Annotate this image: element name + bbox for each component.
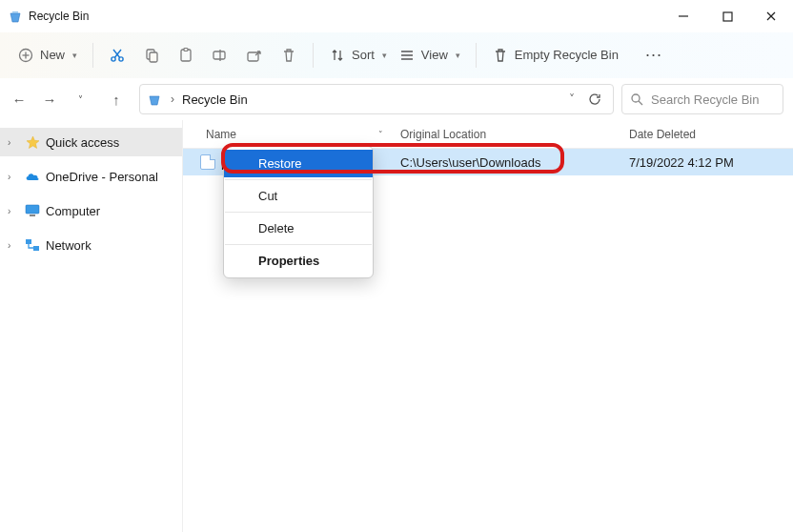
computer-icon: [25, 203, 40, 218]
file-original-location: C:\Users\user\Downloads: [400, 155, 540, 170]
sort-label: Sort: [352, 48, 375, 62]
svg-rect-26: [33, 246, 39, 251]
expand-icon[interactable]: ›: [8, 240, 19, 251]
column-original-location[interactable]: Original Location: [393, 128, 621, 141]
context-menu-cut[interactable]: Cut: [224, 182, 373, 210]
column-headers[interactable]: Name˅ Original Location Date Deleted: [183, 120, 793, 149]
cloud-icon: [25, 169, 40, 184]
command-bar: New ▾ Sort ▾ View ▾: [0, 32, 793, 78]
paste-icon: [177, 47, 194, 64]
sort-button[interactable]: Sort ▾: [323, 43, 393, 68]
scissors-icon: [109, 47, 126, 64]
back-button[interactable]: ←: [10, 92, 29, 108]
svg-rect-1: [723, 12, 732, 21]
context-menu-properties[interactable]: Properties: [224, 247, 373, 275]
empty-recycle-bin-button[interactable]: Empty Recycle Bin: [486, 43, 624, 68]
search-placeholder: Search Recycle Bin: [651, 92, 759, 107]
svg-line-10: [113, 50, 120, 58]
close-button[interactable]: [749, 1, 793, 31]
rename-button[interactable]: [206, 43, 234, 68]
recycle-bin-icon: [8, 9, 23, 24]
expand-icon[interactable]: ›: [8, 206, 19, 216]
view-button[interactable]: View ▾: [393, 43, 466, 68]
copy-icon: [143, 47, 160, 64]
chevron-down-icon: ▾: [456, 51, 460, 60]
sidebar-item-label: OneDrive - Personal: [46, 170, 158, 184]
svg-rect-14: [184, 48, 188, 51]
recent-locations-button[interactable]: ˅: [71, 94, 90, 105]
new-label: New: [40, 48, 65, 62]
copy-button[interactable]: [137, 43, 166, 68]
column-date-deleted[interactable]: Date Deleted: [621, 128, 793, 141]
chevron-down-icon: ▾: [72, 51, 77, 60]
cut-button[interactable]: [103, 43, 132, 68]
svg-line-22: [639, 101, 642, 105]
column-name[interactable]: Name˅: [183, 128, 393, 141]
sort-indicator-icon: ˅: [378, 130, 383, 139]
delete-button[interactable]: [274, 43, 303, 68]
new-button[interactable]: New ▾: [11, 43, 83, 68]
svg-line-9: [114, 50, 121, 58]
share-button[interactable]: [240, 43, 269, 68]
search-icon: [630, 92, 643, 106]
sidebar-item-onedrive[interactable]: › OneDrive - Personal: [0, 162, 182, 191]
svg-rect-24: [30, 215, 35, 216]
search-input[interactable]: Search Recycle Bin: [621, 84, 783, 114]
trash-icon: [492, 47, 509, 64]
paste-button[interactable]: [172, 43, 200, 68]
sidebar-item-quick-access[interactable]: › Quick access: [0, 128, 182, 156]
maximize-button[interactable]: [705, 1, 749, 31]
address-dropdown-button[interactable]: ˅: [569, 92, 575, 106]
window-title: Recycle Bin: [29, 10, 661, 23]
chevron-down-icon: ▾: [382, 51, 387, 60]
share-icon: [246, 47, 263, 64]
svg-point-21: [632, 94, 640, 102]
title-bar: Recycle Bin: [0, 0, 793, 32]
view-label: View: [421, 48, 448, 62]
rename-icon: [212, 47, 229, 64]
svg-rect-25: [26, 239, 31, 244]
sidebar-item-label: Network: [46, 238, 92, 253]
new-icon: [17, 47, 34, 64]
context-menu-delete[interactable]: Delete: [224, 215, 373, 242]
view-icon: [398, 47, 416, 64]
minimize-button[interactable]: [661, 1, 705, 31]
up-button[interactable]: ↑: [107, 92, 126, 108]
file-list: Name˅ Original Location Date Deleted p C…: [183, 120, 793, 532]
trash-icon: [280, 47, 297, 64]
sidebar-item-computer[interactable]: › Computer: [0, 196, 182, 225]
sidebar-item-label: Computer: [46, 204, 100, 218]
context-menu: Restore Cut Delete Properties: [223, 146, 374, 278]
file-date-deleted: 7/19/2022 4:12 PM: [629, 155, 734, 170]
sort-icon: [329, 47, 346, 64]
sidebar-item-network[interactable]: › Network: [0, 231, 182, 259]
context-menu-restore[interactable]: Restore: [224, 150, 373, 177]
file-icon: [200, 154, 215, 170]
more-icon: ···: [645, 45, 662, 65]
svg-rect-15: [214, 51, 225, 59]
breadcrumb-location[interactable]: Recycle Bin: [182, 92, 561, 107]
expand-icon[interactable]: ›: [8, 172, 19, 182]
recycle-bin-icon: [146, 91, 163, 108]
navigation-pane: › Quick access › OneDrive - Personal › C…: [0, 120, 183, 532]
svg-rect-23: [26, 205, 39, 214]
nav-row: ← → ˅ ↑ › Recycle Bin ˅ Search Recycle B…: [0, 78, 793, 120]
refresh-button[interactable]: [588, 92, 601, 106]
expand-icon[interactable]: ›: [8, 137, 19, 148]
network-icon: [25, 237, 40, 253]
address-bar[interactable]: › Recycle Bin ˅: [139, 84, 614, 114]
sidebar-item-label: Quick access: [46, 135, 119, 150]
more-button[interactable]: ···: [640, 41, 668, 69]
breadcrumb-chevron-icon[interactable]: ›: [171, 92, 174, 106]
svg-rect-12: [150, 52, 157, 62]
forward-button[interactable]: →: [40, 92, 59, 108]
empty-label: Empty Recycle Bin: [515, 48, 619, 62]
star-icon: [25, 134, 40, 150]
